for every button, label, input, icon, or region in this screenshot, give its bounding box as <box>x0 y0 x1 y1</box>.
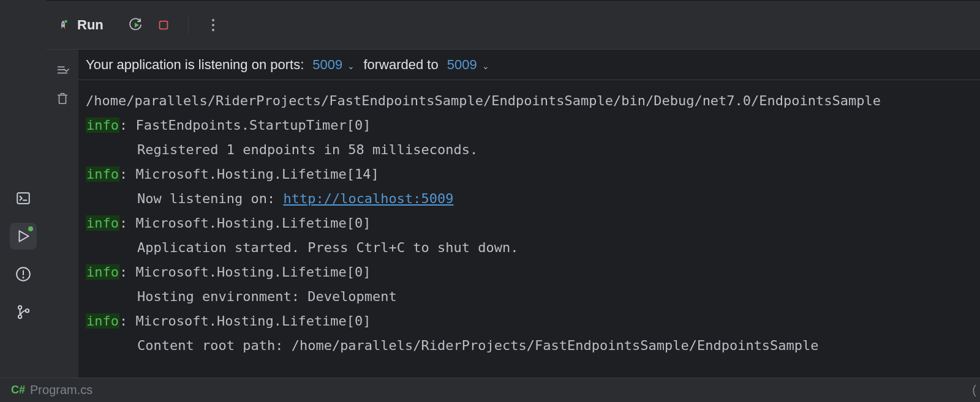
run-tab-title[interactable]: Run <box>77 17 104 33</box>
log-line: info: Microsoft.Hosting.Lifetime[14] <box>86 162 973 187</box>
log-line: info: Microsoft.Hosting.Lifetime[0] <box>86 309 973 333</box>
run-toolbar: Run <box>47 1 980 50</box>
svg-point-9 <box>62 23 64 24</box>
log-message: Hosting environment: Development <box>86 285 973 309</box>
log-message: Content root path: /home/parallels/Rider… <box>86 333 973 358</box>
run-tool-button[interactable] <box>10 223 37 250</box>
log-level-info: info <box>86 117 119 133</box>
log-level-info: info <box>86 313 119 329</box>
current-file-name[interactable]: Program.cs <box>30 383 92 397</box>
forwarded-port-dropdown[interactable]: 5009 ⌄ <box>447 57 489 73</box>
ports-bar: Your application is listening on ports: … <box>78 50 980 80</box>
log-message: Application started. Press Ctrl+C to shu… <box>86 236 973 260</box>
console-log[interactable]: /home/parallels/RiderProjects/FastEndpoi… <box>78 80 980 378</box>
clear-all-button[interactable] <box>55 91 70 106</box>
svg-point-10 <box>64 20 67 23</box>
log-line: info: Microsoft.Hosting.Lifetime[0] <box>86 211 973 236</box>
more-actions-button[interactable] <box>202 14 224 36</box>
log-command-line: /home/parallels/RiderProjects/FastEndpoi… <box>86 89 973 113</box>
log-level-info: info <box>86 166 119 182</box>
forwarded-label: forwarded to <box>363 57 438 73</box>
left-toolwindow-bar <box>0 0 47 378</box>
svg-point-5 <box>23 277 23 278</box>
status-bar: C# Program.cs ( <box>0 378 980 402</box>
svg-marker-2 <box>20 231 29 241</box>
log-line: info: Microsoft.Hosting.Lifetime[0] <box>86 260 973 285</box>
terminal-tool-button[interactable] <box>10 185 37 212</box>
svg-rect-0 <box>17 193 29 203</box>
ports-label: Your application is listening on ports: <box>86 57 304 73</box>
console-output: Your application is listening on ports: … <box>78 50 980 378</box>
csharp-file-icon: C# <box>11 384 25 396</box>
rerun-button[interactable] <box>123 14 145 36</box>
stop-button[interactable] <box>153 14 175 36</box>
svg-marker-11 <box>135 23 139 28</box>
log-level-info: info <box>86 264 119 280</box>
log-message: Registered 1 endpoints in 58 millisecond… <box>86 138 973 162</box>
svg-rect-12 <box>159 21 167 29</box>
listening-port: 5009 <box>312 57 342 72</box>
log-line: info: FastEndpoints.StartupTimer[0] <box>86 113 973 138</box>
problems-tool-button[interactable] <box>10 261 37 288</box>
chevron-down-icon: ⌄ <box>482 61 489 71</box>
console-gutter <box>47 50 78 378</box>
listening-port-dropdown[interactable]: 5009 ⌄ <box>312 57 355 73</box>
kebab-icon <box>212 19 214 31</box>
running-indicator-dot <box>28 226 33 231</box>
vcs-tool-button[interactable] <box>10 299 37 326</box>
scroll-to-end-button[interactable] <box>55 62 70 76</box>
listening-url-link[interactable]: http://localhost:5009 <box>283 191 453 206</box>
status-right-parenthesis: ( <box>972 383 980 397</box>
chevron-down-icon: ⌄ <box>347 61 355 71</box>
run-config-icon <box>58 18 69 32</box>
forwarded-port: 5009 <box>447 57 477 72</box>
log-level-info: info <box>86 215 119 231</box>
toolbar-divider <box>188 17 189 34</box>
log-message: Now listening on: http://localhost:5009 <box>86 187 973 211</box>
